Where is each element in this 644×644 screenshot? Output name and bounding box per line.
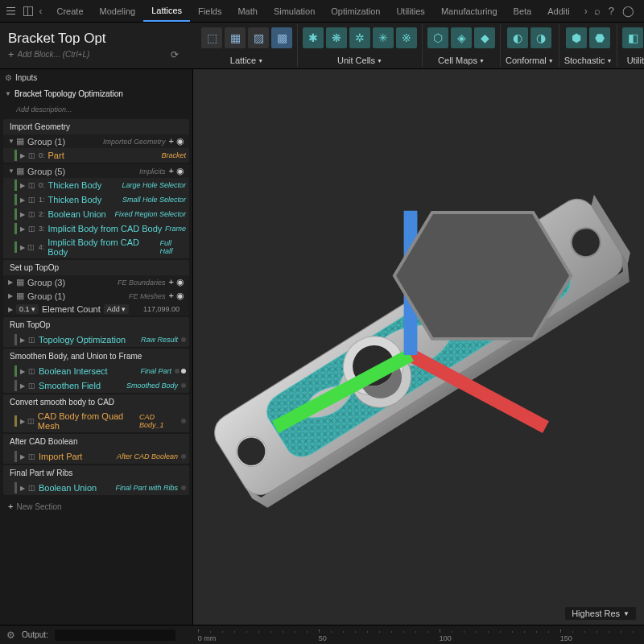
param-row[interactable]: ▶0.1 ▾Element CountAdd ▾117,099.00 <box>3 303 189 316</box>
block-item[interactable]: ▶◫Boolean IntersectFinal Part <box>3 364 189 378</box>
axis-gizmo[interactable] <box>193 77 636 625</box>
section: Smoothen Body, and Union to Frame▶◫Boole… <box>3 349 189 393</box>
lattice-tool-2[interactable]: ▨ <box>248 27 269 48</box>
group-header[interactable]: ▶▦Group (3)FE Boundaries+◉ <box>3 275 189 289</box>
cell-maps-tool-0[interactable]: ⬡ <box>427 27 448 48</box>
svg-line-11 <box>275 355 411 427</box>
root-node[interactable]: ▼ Bracket Topology Optimization <box>0 85 192 101</box>
section-title: After CAD Boolean <box>3 434 189 449</box>
output-label: Output: <box>22 630 48 639</box>
section: Set up TopOp▶▦Group (3)FE Boundaries+◉▶▦… <box>3 260 189 316</box>
ribbon-group-label[interactable]: Utilities▼ <box>627 56 644 65</box>
main-tabs: CreateModelingLatticesFieldsMathSimulati… <box>49 0 578 22</box>
unit-cells-tool-4[interactable]: ※ <box>396 27 417 48</box>
stochastic-tool-1[interactable]: ⬣ <box>589 27 610 48</box>
ribbon: Bracket Top Opt + ⟳ ⬚▦▨▩Lattice▼✱❋✲✳※Uni… <box>0 23 644 69</box>
tab-beta[interactable]: Beta <box>506 0 540 22</box>
status-bar: ⚙ Output: 0 mm50100150200 <box>0 625 644 644</box>
lattice-tool-0[interactable]: ⬚ <box>201 27 222 48</box>
block-item[interactable]: ▶◫Topology OptimizationRaw Result <box>3 332 189 347</box>
svg-marker-13 <box>394 213 572 339</box>
nav-left-icon[interactable]: ‹ <box>33 6 49 17</box>
tab-lattices[interactable]: Lattices <box>143 0 190 22</box>
gear-icon[interactable]: ⚙ <box>6 630 15 641</box>
block-item[interactable]: ▶◫Smoothen FieldSmoothed Body <box>3 378 189 393</box>
section: Final Part w/ Ribs▶◫Boolean UnionFinal P… <box>3 465 189 495</box>
ruler-tick: 50 <box>319 634 327 642</box>
section-title: Set up TopOp <box>3 260 189 275</box>
tab-create[interactable]: Create <box>49 0 92 22</box>
search-icon[interactable]: ⌕ <box>594 5 601 17</box>
panel-toggle-icon[interactable] <box>23 6 32 16</box>
unit-cells-tool-3[interactable]: ✳ <box>373 27 394 48</box>
block-item[interactable]: ▶◫Import PartAfter CAD Boolean <box>3 449 189 464</box>
tab-fields[interactable]: Fields <box>190 0 229 22</box>
group-header[interactable]: ▼▦Group (1)Imported Geometry+◉ <box>3 134 189 148</box>
section-title: Import Geometry <box>3 119 189 134</box>
ribbon-group-label[interactable]: Unit Cells▼ <box>337 56 382 65</box>
inputs-header[interactable]: ⚙ Inputs <box>0 69 192 85</box>
section: Run TopOp▶◫Topology OptimizationRaw Resu… <box>3 317 189 347</box>
block-item[interactable]: ▶◫CAD Body from Quad MeshCAD Body_1 <box>3 410 189 432</box>
tab-manufacturing[interactable]: Manufacturing <box>433 0 506 22</box>
ruler: 0 mm50100150200 <box>198 625 638 644</box>
ruler-tick: 100 <box>440 634 452 642</box>
section: Convert smooth body to CAD▶◫CAD Body fro… <box>3 394 189 432</box>
block-item[interactable]: ▶◫0:PartBracket <box>3 148 189 163</box>
top-menu-bar: ‹ CreateModelingLatticesFieldsMathSimula… <box>0 0 644 23</box>
block-item[interactable]: ▶◫2:Boolean UnionFixed Region Selector <box>3 207 189 221</box>
tab-math[interactable]: Math <box>229 0 265 22</box>
ribbon-group-label[interactable]: Stochastic▼ <box>564 56 613 65</box>
block-item[interactable]: ▶◫0:Thicken BodyLarge Hole Selector <box>3 178 189 192</box>
ribbon-group-label[interactable]: Lattice▼ <box>230 56 263 65</box>
group-header[interactable]: ▶▦Group (1)FE Meshes+◉ <box>3 289 189 303</box>
unit-cells-tool-2[interactable]: ✲ <box>349 27 370 48</box>
user-icon[interactable]: ◯ <box>622 5 634 17</box>
lattice-tool-3[interactable]: ▩ <box>271 27 292 48</box>
nav-right-icon[interactable]: › <box>578 6 594 17</box>
ruler-tick: 150 <box>560 634 572 642</box>
unit-cells-tool-1[interactable]: ❋ <box>326 27 347 48</box>
hamburger-icon[interactable] <box>5 4 17 19</box>
cell-maps-tool-2[interactable]: ◆ <box>474 27 495 48</box>
block-item[interactable]: ▶◫1:Thicken BodySmall Hole Selector <box>3 192 189 207</box>
section: ▼▦Group (5)Implicits+◉▶◫0:Thicken BodyLa… <box>3 164 189 258</box>
file-title: Bracket Top Opt <box>8 31 185 47</box>
tab-additi[interactable]: Additi <box>539 0 578 22</box>
group-header[interactable]: ▼▦Group (5)Implicits+◉ <box>3 164 189 178</box>
conformal-tool-1[interactable]: ◑ <box>530 27 551 48</box>
svg-line-10 <box>411 355 546 427</box>
ruler-tick: 0 mm <box>198 634 217 642</box>
output-field[interactable] <box>55 630 175 641</box>
notebook-sidebar: ⚙ Inputs▼ Bracket Topology OptimizationI… <box>0 69 193 625</box>
section: Import Geometry▼▦Group (1)Imported Geome… <box>3 119 189 163</box>
tab-utilities[interactable]: Utilities <box>388 0 432 22</box>
section: After CAD Boolean▶◫Import PartAfter CAD … <box>3 434 189 464</box>
cell-maps-tool-1[interactable]: ◈ <box>451 27 472 48</box>
tab-optimization[interactable]: Optimization <box>323 0 388 22</box>
block-item[interactable]: ▶◫4:Implicit Body from CAD BodyFull Half <box>3 236 189 258</box>
block-item[interactable]: ▶◫Boolean UnionFinal Part with Ribs <box>3 481 189 495</box>
ribbon-group-label[interactable]: Cell Maps▼ <box>438 56 485 65</box>
chevron-down-icon: ▼ <box>623 610 630 617</box>
help-icon[interactable]: ? <box>609 5 614 17</box>
add-description-input[interactable] <box>0 101 192 118</box>
tab-simulation[interactable]: Simulation <box>266 0 323 22</box>
unit-cells-tool-0[interactable]: ✱ <box>303 27 324 48</box>
add-block-plus-icon[interactable]: + <box>8 48 14 60</box>
add-block-input[interactable] <box>18 50 114 59</box>
stochastic-tool-0[interactable]: ⬢ <box>566 27 587 48</box>
ribbon-group-label[interactable]: Conformal▼ <box>506 56 554 65</box>
tab-modeling[interactable]: Modeling <box>92 0 144 22</box>
conformal-tool-0[interactable]: ◐ <box>507 27 528 48</box>
block-item[interactable]: ▶◫3:Implicit Body from CAD BodyFrame <box>3 221 189 236</box>
resolution-dropdown[interactable]: Highest Res▼ <box>565 607 636 620</box>
lattice-tool-1[interactable]: ▦ <box>225 27 246 48</box>
new-section-button[interactable]: +New Section <box>0 497 192 516</box>
utilities-tool-0[interactable]: ◧ <box>622 27 643 48</box>
3d-viewport[interactable]: Highest Res▼ <box>193 69 644 625</box>
section-title: Smoothen Body, and Union to Frame <box>3 349 189 364</box>
refresh-icon[interactable]: ⟳ <box>171 49 179 60</box>
section-title: Run TopOp <box>3 317 189 332</box>
section-title: Convert smooth body to CAD <box>3 394 189 410</box>
